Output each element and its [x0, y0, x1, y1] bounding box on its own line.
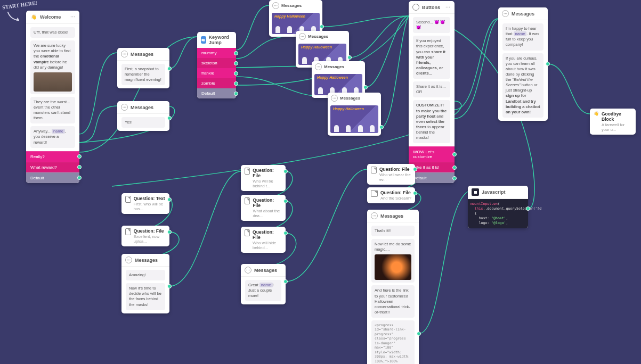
message-block: And here is the link to your customized … — [371, 285, 415, 318]
javascript-node[interactable]: Javascript mountInput.on( this..document… — [468, 186, 528, 228]
message-block: Second... 😈 😈 😈 — [413, 17, 450, 33]
file-icon — [125, 228, 131, 235]
file-icon — [245, 229, 250, 236]
keyword-row[interactable]: skeleton — [197, 58, 236, 68]
message-block: Great name! Just a couple more! — [245, 280, 281, 301]
node-title: Welcome — [40, 14, 61, 20]
node-subtitle: A farewell for your u... — [602, 122, 632, 132]
messages-node[interactable]: Messages Happy Halloween — [328, 93, 381, 136]
messages-node[interactable]: Messages Great name! Just a couple more! — [241, 264, 286, 304]
message-block: That's it!! — [371, 226, 415, 236]
message-block: If you enjoyed this experience, you can … — [413, 36, 450, 79]
output-port[interactable] — [283, 169, 288, 173]
message-block: First, a snapshot to remember the magnif… — [121, 64, 165, 85]
question-file-node[interactable]: Question: FileWho will hide behind... — [241, 227, 286, 253]
option-default[interactable]: Default — [409, 172, 455, 183]
output-port[interactable] — [167, 116, 172, 120]
chat-icon — [502, 10, 509, 17]
chat-icon — [125, 257, 132, 263]
message-block: CUSTOMIZE IT to make you the party host … — [413, 100, 450, 143]
wave-icon: 👋 — [594, 111, 599, 116]
messages-node[interactable]: Messages First, a snapshot to remember t… — [117, 48, 169, 88]
question-file-node[interactable]: Question: FileWhat about the dea... — [241, 195, 286, 221]
message-block: They are the worst... event the other mo… — [30, 97, 75, 124]
file-icon — [125, 196, 131, 203]
output-port[interactable] — [379, 125, 384, 129]
magic-image — [375, 254, 411, 280]
start-here-label: START HERE! — [2, 0, 38, 11]
keyword-row[interactable]: frankie — [197, 68, 236, 78]
output-port[interactable] — [413, 191, 417, 195]
chat-icon — [371, 212, 378, 219]
output-port[interactable] — [526, 206, 530, 211]
output-port[interactable] — [283, 231, 288, 235]
more-icon[interactable]: ⋯ — [70, 14, 76, 20]
output-port[interactable] — [283, 199, 288, 203]
question-file-node[interactable]: Question: FileAnd the Scream? — [367, 187, 415, 203]
message-block: Now let me do some magic.... — [371, 239, 415, 283]
chat-icon — [272, 2, 279, 9]
messages-node[interactable]: Messages That's it!! Now let me do some … — [367, 210, 419, 364]
keyword-jump-node[interactable]: ⇆Keyword Jump mummy skeleton frankie zom… — [197, 32, 236, 98]
message-block: Ufff, that was close! — [30, 27, 75, 38]
keyword-jump-icon: ⇆ — [201, 36, 206, 44]
chat-icon — [331, 95, 338, 102]
more-icon[interactable]: ⋯ — [445, 5, 451, 10]
question-file-node[interactable]: Question: FileWho will wear the ev... — [367, 164, 415, 185]
option-what-reward[interactable]: What reward? — [26, 162, 79, 172]
output-port[interactable] — [167, 230, 172, 234]
question-text-node[interactable]: Question: Text First, who will be hos... — [121, 193, 169, 214]
output-port[interactable] — [413, 167, 417, 171]
buttons-node[interactable]: Buttons⋯ Second... 😈 😈 😈 If you enjoyed … — [409, 1, 455, 183]
halloween-image: Happy Halloween — [314, 74, 362, 95]
image-placeholder — [34, 72, 72, 92]
output-port[interactable] — [167, 197, 172, 202]
chat-icon — [315, 63, 322, 70]
messages-node[interactable]: Messages I'm happy to hear that name. It… — [498, 7, 548, 121]
output-port[interactable] — [347, 55, 352, 60]
buttons-icon — [412, 4, 419, 11]
welcome-node[interactable]: 👋 Welcome ⋯ Ufff, that was close! We are… — [26, 11, 79, 183]
message-block: We are sure lucky you were able to find … — [30, 40, 75, 94]
goodbye-node[interactable]: 👋 Goodbye Block A farewell for your u... — [590, 109, 636, 135]
chat-icon — [245, 267, 251, 274]
code-preview: mountInput.on( this..document.querySelec… — [468, 199, 528, 228]
message-block: Yes! — [121, 117, 165, 128]
message-block: Amazing! — [126, 270, 165, 280]
code-icon — [472, 188, 479, 196]
message-block: I'm happy to hear that name. It was fun … — [502, 23, 543, 51]
output-port[interactable] — [320, 24, 324, 29]
code-block: <progress id="share-link-progress" class… — [371, 320, 415, 364]
output-port[interactable] — [167, 284, 172, 288]
message-block: Share it as it is... OR — [413, 81, 450, 97]
question-file-node[interactable]: Question: File Excellent, now uploa... — [121, 226, 169, 246]
wave-icon: 👋 — [30, 13, 37, 21]
chat-icon — [121, 51, 128, 57]
chat-icon — [121, 104, 128, 111]
file-icon — [371, 167, 377, 173]
question-file-node[interactable]: Question: FileWho will be behind t... — [241, 165, 286, 191]
messages-node[interactable]: Messages Amazing! Now it's time to decid… — [121, 254, 169, 313]
message-block: Now it's time to decide who will be the … — [126, 283, 165, 310]
file-icon — [245, 168, 250, 175]
chat-icon — [299, 33, 306, 40]
halloween-image: Happy Halloween — [330, 105, 378, 133]
messages-node[interactable]: Messages Yes! — [117, 101, 169, 131]
output-port[interactable] — [283, 279, 288, 284]
keyword-row[interactable]: mummy — [197, 48, 236, 58]
flow-canvas[interactable]: START HERE! 👋 Welcome ⋯ Ufff, that was c… — [0, 0, 641, 364]
message-block: Anyway... name, you deserve a reward! — [30, 126, 75, 147]
output-port[interactable] — [167, 67, 172, 71]
option-default[interactable]: Default — [26, 172, 79, 183]
output-port[interactable] — [417, 332, 421, 336]
keyword-row-default[interactable]: Default — [197, 88, 236, 98]
node-title: Goodbye Block — [602, 111, 632, 122]
output-port[interactable] — [546, 62, 550, 66]
option-customize[interactable]: WOW Let's customize — [409, 146, 455, 162]
file-icon — [245, 197, 250, 204]
option-really[interactable]: Really? — [26, 151, 79, 162]
keyword-row[interactable]: zombie — [197, 78, 236, 88]
output-port[interactable] — [363, 85, 368, 89]
file-icon — [371, 190, 378, 197]
message-block: If you are curious, you can learn all ab… — [502, 53, 543, 118]
